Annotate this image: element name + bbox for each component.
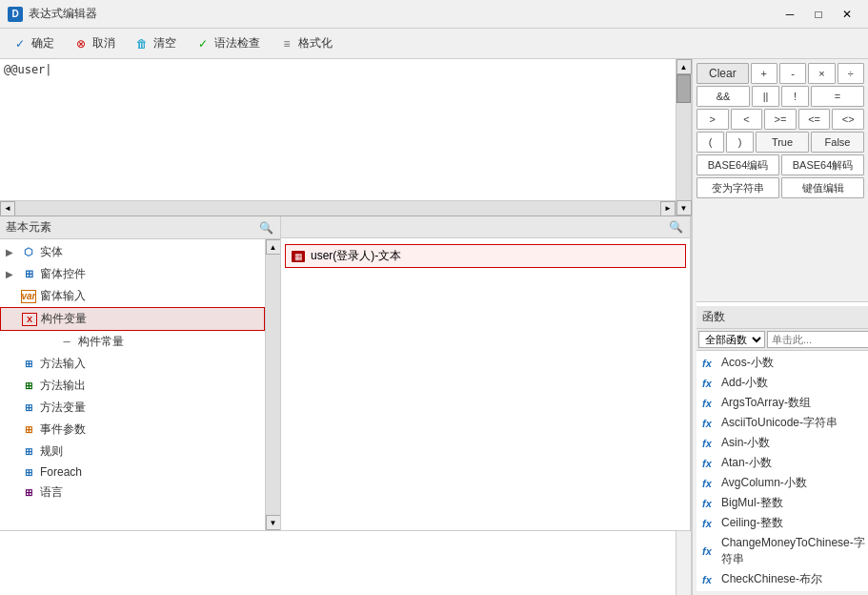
left-scroll-down[interactable]: ▼ <box>266 515 281 530</box>
calc-lte[interactable]: <= <box>798 109 831 130</box>
syntax-check-button[interactable]: ✓ 语法检查 <box>187 31 269 55</box>
format-button[interactable]: ≡ 格式化 <box>271 31 341 55</box>
tree-item-methodinput[interactable]: ⊞ 方法输入 <box>0 353 265 375</box>
fx-icon: fx <box>702 438 717 449</box>
entity-label: 实体 <box>40 244 63 260</box>
func-item[interactable]: fxAvgColumn-小数 <box>696 473 868 493</box>
calc-gte[interactable]: >= <box>764 109 797 130</box>
left-scroll-up[interactable]: ▲ <box>266 239 281 255</box>
calc-row-2: && || ! = <box>696 86 864 107</box>
calc-true[interactable]: True <box>756 132 809 153</box>
eventparam-arrow <box>6 424 17 435</box>
propvar-arrow <box>7 314 18 324</box>
tree-item-propvar[interactable]: X 构件变量 <box>0 307 265 331</box>
eventparam-icon: ⊞ <box>21 423 36 437</box>
tree-item-entity[interactable]: ▶ ⬡ 实体 <box>0 241 265 263</box>
property-item-user[interactable]: ▦ user(登录人)-文本 <box>285 244 686 268</box>
func-item[interactable]: fxBigMul-整数 <box>696 493 868 513</box>
func-item[interactable]: fxArgsToArray-数组 <box>696 393 868 413</box>
calc-minus[interactable]: - <box>779 63 806 84</box>
func-search-input[interactable] <box>767 331 868 348</box>
tree-item-methodoutput[interactable]: ⊞ 方法输出 <box>0 375 265 397</box>
calc-or[interactable]: || <box>752 86 779 107</box>
func-item[interactable]: fxChangeMoneyToChinese-字符串 <box>696 533 868 569</box>
tree-item-windowinput[interactable]: var 窗体输入 <box>0 285 265 307</box>
tree-item-windowcontrol[interactable]: ▶ ⊞ 窗体控件 <box>0 263 265 285</box>
fx-icon: fx <box>702 498 717 509</box>
calc-lt[interactable]: < <box>731 109 763 130</box>
left-search-icon[interactable]: 🔍 <box>257 220 274 236</box>
clear-icon: 🗑 <box>134 36 150 51</box>
right-panel: 函数 全部函数 🔍 fxAcos-小数fxAdd-小数fxArgsToArray… <box>696 301 868 591</box>
calc-gt[interactable]: > <box>696 109 729 130</box>
func-filter-select[interactable]: 全部函数 <box>698 331 765 348</box>
func-item[interactable]: fxCheckChinese-布尔 <box>696 569 868 589</box>
left-scroll-track[interactable] <box>266 255 280 515</box>
middle-panel: 🔍 ▦ user(登录人)-文本 <box>281 216 691 530</box>
tree-item-language[interactable]: ⊞ 语言 <box>0 482 265 503</box>
windowcontrol-label: 窗体控件 <box>40 266 86 282</box>
func-list-with-scroll: fxAcos-小数fxAdd-小数fxArgsToArray-数组fxAscii… <box>696 351 868 591</box>
expression-input-area: @@user| ◄ ► ▲ ▼ <box>0 59 691 216</box>
propvar-label: 构件变量 <box>41 311 87 327</box>
calc-base64enc[interactable]: BASE64编码 <box>696 154 779 175</box>
left-v-scrollbar: ▲ ▼ <box>265 239 280 530</box>
fx-icon: fx <box>702 418 717 429</box>
scroll-thumb[interactable] <box>676 74 691 103</box>
func-item[interactable]: fxAsin-小数 <box>696 433 868 453</box>
tree-item-rule[interactable]: ⊞ 规则 <box>0 441 265 462</box>
tree-item-propconst[interactable]: ─ 构件常量 <box>19 331 265 353</box>
scroll-up-arrow[interactable]: ▲ <box>676 59 692 74</box>
calc-lparen[interactable]: ( <box>696 132 724 153</box>
tree-item-methodvar[interactable]: ⊞ 方法变量 <box>0 397 265 419</box>
func-name: BigMul-整数 <box>721 495 783 511</box>
func-item[interactable]: fxCeiling-整数 <box>696 513 868 533</box>
func-item[interactable]: fxAsciiToUnicode-字符串 <box>696 413 868 433</box>
maximize-button[interactable]: □ <box>805 4 832 25</box>
tree-item-eventparam[interactable]: ⊞ 事件参数 <box>0 419 265 441</box>
panels-row: 基本元素 🔍 ▶ ⬡ 实体 ▶ ⊞ 窗体控件 <box>0 216 691 530</box>
expr-v-scrollbar: ▲ ▼ <box>676 59 691 215</box>
tree-item-foreach[interactable]: ⊞ Foreach <box>0 462 265 482</box>
clear-button[interactable]: 🗑 清空 <box>126 31 185 55</box>
h-scroll-track[interactable] <box>15 201 660 215</box>
calc-eq[interactable]: = <box>811 86 864 107</box>
calc-multiply[interactable]: × <box>808 63 835 84</box>
middle-content: ▦ user(登录人)-文本 <box>281 238 690 530</box>
calc-false[interactable]: False <box>811 132 864 153</box>
scroll-down-arrow[interactable]: ▼ <box>676 200 692 215</box>
fx-icon: fx <box>702 358 717 369</box>
scroll-right-arrow[interactable]: ► <box>660 201 676 216</box>
clear-calc-button[interactable]: Clear <box>696 63 749 84</box>
fx-icon: fx <box>702 458 717 469</box>
status-scrollbar <box>676 531 691 595</box>
window-title: 表达式编辑器 <box>29 6 777 22</box>
calc-keyvalue[interactable]: 键值编辑 <box>781 177 864 198</box>
calc-tostring[interactable]: 变为字符串 <box>696 177 779 198</box>
calc-and[interactable]: && <box>696 86 750 107</box>
func-item[interactable]: fxAdd-小数 <box>696 373 868 393</box>
calc-not[interactable]: ! <box>781 86 809 107</box>
cancel-button[interactable]: ⊗ 取消 <box>65 31 124 55</box>
fx-icon: fx <box>702 378 717 389</box>
left-tree-with-scroll: ▶ ⬡ 实体 ▶ ⊞ 窗体控件 var 窗体输入 <box>0 239 280 530</box>
calc-neq[interactable]: <> <box>832 109 864 130</box>
title-bar: D 表达式编辑器 ─ □ ✕ <box>0 0 868 29</box>
close-button[interactable]: ✕ <box>834 4 860 25</box>
func-item[interactable]: fxAcos-小数 <box>696 353 868 373</box>
calc-rparen[interactable]: ) <box>726 132 754 153</box>
middle-search-icon[interactable]: 🔍 <box>667 219 684 235</box>
left-panel: 基本元素 🔍 ▶ ⬡ 实体 ▶ ⊞ 窗体控件 <box>0 216 281 530</box>
scroll-left-arrow[interactable]: ◄ <box>0 201 15 216</box>
foreach-icon: ⊞ <box>21 465 36 479</box>
func-item[interactable]: fxAtan-小数 <box>696 453 868 473</box>
expression-textarea[interactable]: @@user| <box>0 59 676 200</box>
func-name: ChangeMoneyToChinese-字符串 <box>721 535 868 567</box>
calc-divide[interactable]: ÷ <box>838 63 864 84</box>
calc-plus[interactable]: + <box>751 63 777 84</box>
calc-base64dec[interactable]: BASE64解码 <box>781 154 864 175</box>
confirm-button[interactable]: ✓ 确定 <box>4 31 63 55</box>
scroll-track[interactable] <box>676 74 691 200</box>
minimize-button[interactable]: ─ <box>777 4 803 25</box>
middle-panel-header: 🔍 <box>281 216 690 238</box>
